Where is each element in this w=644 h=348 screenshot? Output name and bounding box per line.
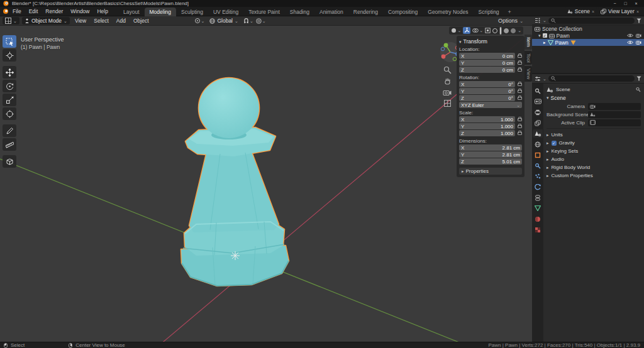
lock-icon[interactable] <box>518 125 522 128</box>
move-tool[interactable] <box>3 66 16 79</box>
workspace-tab-sculpting[interactable]: Sculpting <box>176 8 208 16</box>
scale-z-field[interactable]: Z1.000 <box>459 130 515 136</box>
scale-tool[interactable] <box>3 94 16 106</box>
workspace-tab-modeling[interactable]: Modeling <box>145 8 177 16</box>
collapse-icon[interactable]: ▾ <box>459 40 462 44</box>
viewport-3d[interactable]: User Perspective (1) Pawn | Pawn <box>0 26 532 342</box>
menu-render[interactable]: Render <box>42 8 67 14</box>
outliner-row-collection-pawn[interactable]: ▾ ✓ Pawn <box>532 32 644 39</box>
scale-x-field[interactable]: X1.000 <box>459 116 515 122</box>
tab-modifiers[interactable] <box>533 161 543 170</box>
active-clip-field[interactable] <box>588 119 641 126</box>
section-audio[interactable]: ▸ Audio <box>547 155 641 163</box>
shading-wireframe-icon[interactable] <box>492 28 497 33</box>
rotation-z-field[interactable]: Z0° <box>459 95 515 101</box>
snap-toggle[interactable]: ⌄ <box>243 18 253 24</box>
tab-particles[interactable] <box>533 172 543 180</box>
menu-window[interactable]: Window <box>67 8 93 14</box>
scene-section-header[interactable]: ▾ Scene <box>547 94 641 102</box>
properties-search-input[interactable] <box>548 75 635 82</box>
measure-tool[interactable] <box>3 138 16 151</box>
properties-editor-icon[interactable] <box>535 76 541 82</box>
viewport-menu-object[interactable]: Object <box>131 18 152 24</box>
hide-eye-icon[interactable] <box>627 33 633 38</box>
menu-edit[interactable]: Edit <box>25 8 42 14</box>
lock-icon[interactable] <box>518 62 522 65</box>
transform-tool[interactable] <box>3 107 16 120</box>
unlink-scene-icon[interactable]: × <box>592 9 594 14</box>
tab-render[interactable] <box>533 97 543 106</box>
lock-icon[interactable] <box>518 118 522 121</box>
mode-dropdown[interactable]: Object Mode ⌄ <box>22 17 70 24</box>
section-custom-properties[interactable]: ▸ Custom Properties <box>547 171 641 180</box>
rotate-tool[interactable] <box>3 80 16 92</box>
sidebar-tab-tool[interactable]: Tool <box>525 51 532 65</box>
minimize-button[interactable]: − <box>610 1 619 6</box>
gravity-checkbox[interactable]: ✓ <box>552 141 557 146</box>
workspace-tab-animation[interactable]: Animation <box>314 8 348 16</box>
shading-rendered-icon[interactable] <box>511 28 516 33</box>
editor-type-dropdown[interactable]: ⌄ <box>3 17 19 24</box>
menu-file[interactable]: File <box>9 8 25 14</box>
workspace-tab-layout[interactable]: Layout <box>118 8 145 16</box>
location-x-field[interactable]: X0 cm <box>459 53 515 59</box>
workspace-tab-scripting[interactable]: Scripting <box>474 8 504 16</box>
lock-icon[interactable] <box>518 97 522 100</box>
proportional-editing-toggle[interactable]: ⌄ <box>256 18 266 24</box>
lock-icon[interactable] <box>518 90 522 93</box>
toggle-xray-icon[interactable] <box>485 28 491 33</box>
workspace-tab-rendering[interactable]: Rendering <box>348 8 383 16</box>
annotate-tool[interactable] <box>3 124 16 137</box>
tab-output[interactable] <box>533 108 543 116</box>
menu-help[interactable]: Help <box>93 8 111 14</box>
sidebar-tab-view[interactable]: View <box>525 66 532 82</box>
section-keying-sets[interactable]: ▸ Keying Sets <box>547 147 641 155</box>
dimensions-z-field[interactable]: Z5.01 cm <box>459 158 522 165</box>
workspace-tab-shading[interactable]: Shading <box>285 8 314 16</box>
camera-field[interactable] <box>588 103 641 110</box>
tab-material[interactable] <box>533 215 543 223</box>
maximize-button[interactable]: □ <box>621 1 630 6</box>
disable-render-camera-icon[interactable] <box>636 40 641 45</box>
pan-hand-icon[interactable] <box>443 77 452 85</box>
viewport-menu-view[interactable]: View <box>72 18 89 24</box>
workspace-tab-geometry-nodes[interactable]: Geometry Nodes <box>423 8 473 16</box>
cursor-tool[interactable] <box>3 49 16 62</box>
tab-physics[interactable] <box>533 183 543 191</box>
workspace-tab-compositing[interactable]: Compositing <box>383 8 423 16</box>
workspace-tab-texture-paint[interactable]: Texture Paint <box>243 8 285 16</box>
rotation-mode-dropdown[interactable]: XYZ Euler⌄ <box>459 102 522 108</box>
rotation-x-field[interactable]: X0° <box>459 81 515 87</box>
add-workspace-button[interactable]: + <box>504 8 515 16</box>
blender-menu-icon[interactable] <box>3 8 9 14</box>
tab-world[interactable] <box>533 140 543 148</box>
unlink-view-layer-icon[interactable]: × <box>636 9 639 14</box>
outliner-editor-icon[interactable] <box>535 18 541 23</box>
camera-view-icon[interactable] <box>443 89 452 96</box>
transform-pivot-dropdown[interactable]: ⌄ <box>194 18 205 24</box>
lock-icon[interactable] <box>518 132 522 135</box>
collapse-open-icon[interactable]: ▾ <box>538 33 541 38</box>
scale-y-field[interactable]: Y1.000 <box>459 123 515 129</box>
disable-render-camera-icon[interactable] <box>636 33 641 38</box>
viewport-menu-select[interactable]: Select <box>91 18 111 24</box>
lock-icon[interactable] <box>518 83 522 86</box>
tab-scene[interactable] <box>533 129 543 138</box>
view-layer-selector[interactable]: View Layer × <box>598 8 641 15</box>
properties-subpanel[interactable]: ▸ Properties <box>459 168 522 175</box>
scene-selector[interactable]: Scene × <box>565 8 597 15</box>
pin-icon[interactable] <box>635 87 641 92</box>
tab-texture[interactable] <box>533 226 543 234</box>
filter-icon[interactable] <box>636 18 641 23</box>
viewport-menu-add[interactable]: Add <box>114 18 128 24</box>
collapse-closed-icon[interactable]: ▸ <box>543 40 546 45</box>
tab-tool[interactable] <box>533 87 543 95</box>
lock-icon[interactable] <box>518 68 522 72</box>
collection-checkbox[interactable]: ✓ <box>543 33 547 38</box>
tab-view-layer[interactable] <box>533 119 543 127</box>
lock-icon[interactable] <box>518 55 522 58</box>
tab-constraints[interactable] <box>533 193 543 202</box>
perspective-toggle-icon[interactable] <box>443 99 452 107</box>
section-rigid-body-world[interactable]: ▸ Rigid Body World <box>547 163 641 171</box>
section-gravity[interactable]: ▸ ✓ Gravity <box>547 139 641 147</box>
